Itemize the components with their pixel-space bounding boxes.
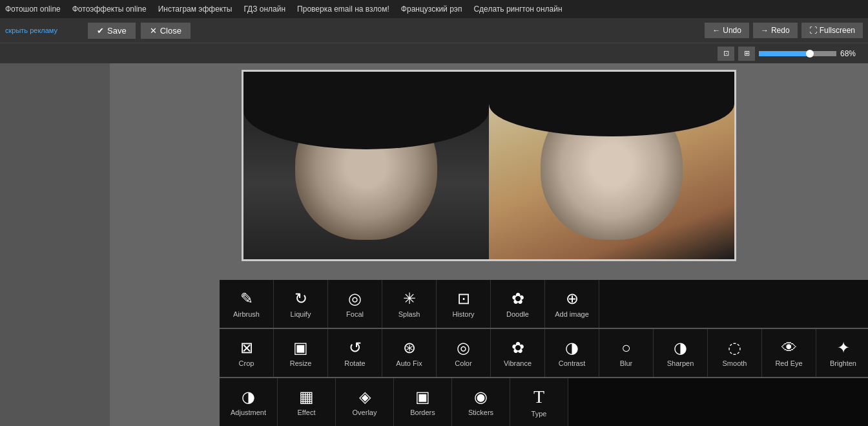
nav-instagram[interactable]: Инстаграм эффекты: [158, 5, 232, 14]
addimage-label: Add image: [555, 310, 589, 318]
hide-ad-link[interactable]: скрыть рекламу: [5, 27, 83, 34]
airbrush-label: Airbrush: [233, 310, 260, 318]
vibrance-label: Vibrance: [504, 359, 532, 367]
redeye-icon: 👁: [781, 339, 797, 357]
save-button[interactable]: ✔ Save: [88, 23, 136, 39]
tool-borders[interactable]: ▣ Borders: [394, 378, 452, 426]
redeye-label: Red Eye: [775, 359, 802, 367]
nav-gdz[interactable]: ГДЗ онлайн: [243, 5, 285, 14]
tool-airbrush[interactable]: ✎ Airbrush: [220, 280, 274, 328]
tool-autofix[interactable]: ⊛ Auto Fix: [382, 329, 437, 377]
tool-rotate[interactable]: ↺ Rotate: [328, 329, 382, 377]
nav-email[interactable]: Проверка email на взлом!: [297, 5, 389, 14]
check-icon: ✔: [97, 26, 104, 36]
main-area: ✎ Airbrush ↻ Liquify ◎ Focal ✳ Splash ⊡: [0, 63, 868, 426]
top-nav: Фотошоп online Фотоэффекты online Инстаг…: [0, 0, 868, 18]
airbrush-icon: ✎: [240, 290, 253, 308]
stickers-label: Stickers: [468, 409, 493, 416]
tools-row-1: ✎ Airbrush ↻ Liquify ◎ Focal ✳ Splash ⊡: [220, 280, 868, 328]
redo-button[interactable]: → Redo: [753, 23, 798, 38]
focal-label: Focal: [346, 310, 364, 318]
tool-redeye[interactable]: 👁 Red Eye: [762, 329, 816, 377]
rotate-label: Rotate: [344, 359, 365, 367]
splash-label: Splash: [398, 310, 420, 318]
tool-effect[interactable]: ▦ Effect: [278, 378, 336, 426]
resize-icon: ▣: [293, 339, 308, 357]
sharpen-icon: ◑: [674, 339, 687, 357]
history-label: History: [452, 310, 474, 318]
tools-row-3: ◑ Adjustment ▦ Effect ◈ Overlay ▣ Border…: [220, 377, 868, 426]
autofix-label: Auto Fix: [396, 359, 422, 367]
doodle-label: Doodle: [506, 310, 529, 318]
effect-label: Effect: [298, 409, 316, 416]
nav-fotoeffekty[interactable]: Фотоэффекты online: [72, 5, 147, 14]
vibrance-icon: ✿: [512, 339, 524, 357]
addimage-icon: ⊕: [566, 290, 579, 308]
edited-photo: [489, 72, 734, 259]
nav-rap[interactable]: Французский рэп: [401, 5, 462, 14]
borders-icon: ▣: [415, 388, 430, 406]
overlay-icon: ◈: [359, 388, 371, 406]
main-toolbar: скрыть рекламу ✔ Save ✕ Close ← Undo → R…: [0, 18, 868, 43]
contrast-label: Contrast: [559, 359, 586, 367]
undo-button[interactable]: ← Undo: [705, 23, 749, 38]
rotate-icon: ↺: [349, 339, 362, 357]
left-sidebar: [0, 63, 110, 426]
focal-icon: ◎: [348, 290, 362, 308]
tool-contrast[interactable]: ◑ Contrast: [545, 329, 599, 377]
color-icon: ◎: [457, 339, 470, 357]
tool-blur[interactable]: ○ Blur: [599, 329, 654, 377]
autofix-icon: ⊛: [403, 339, 416, 357]
smooth-icon: ◌: [728, 339, 741, 357]
zoom-toolbar: ⊡ ⊞ 68%: [0, 43, 868, 63]
tool-adjustment[interactable]: ◑ Adjustment: [220, 378, 278, 426]
liquify-icon: ↻: [294, 290, 307, 308]
tool-doodle[interactable]: ✿ Doodle: [491, 280, 545, 328]
tool-splash[interactable]: ✳ Splash: [382, 280, 437, 328]
tools-row-2: ⊠ Crop ▣ Resize ↺ Rotate ⊛ Auto Fix ◎: [220, 328, 868, 377]
tool-smooth[interactable]: ◌ Smooth: [708, 329, 762, 377]
tool-brighten[interactable]: ✦ Brighten: [816, 329, 868, 377]
undo-icon: ←: [712, 26, 720, 35]
tool-liquify[interactable]: ↻ Liquify: [274, 280, 328, 328]
tool-color[interactable]: ◎ Color: [437, 329, 491, 377]
nav-ringtone[interactable]: Сделать рингтон онлайн: [473, 5, 562, 14]
tool-addimage[interactable]: ⊕ Add image: [545, 280, 599, 328]
sharpen-label: Sharpen: [667, 359, 694, 367]
contrast-icon: ◑: [565, 339, 579, 357]
crop-icon: ⊠: [240, 339, 253, 357]
tool-overlay[interactable]: ◈ Overlay: [336, 378, 394, 426]
resize-label: Resize: [290, 359, 312, 367]
tool-vibrance[interactable]: ✿ Vibrance: [491, 329, 545, 377]
tool-history[interactable]: ⊡ History: [437, 280, 491, 328]
overlay-label: Overlay: [353, 409, 377, 416]
redo-icon: →: [761, 26, 769, 35]
actual-size-button[interactable]: ⊞: [738, 47, 755, 61]
effect-icon: ▦: [299, 388, 314, 406]
tool-focal[interactable]: ◎ Focal: [328, 280, 382, 328]
tool-crop[interactable]: ⊠ Crop: [220, 329, 274, 377]
adjustment-label: Adjustment: [231, 409, 266, 416]
tool-type[interactable]: T Type: [510, 378, 568, 426]
tool-resize[interactable]: ▣ Resize: [274, 329, 328, 377]
type-icon: T: [533, 387, 544, 407]
borders-label: Borders: [410, 409, 435, 416]
tool-stickers[interactable]: ◉ Stickers: [452, 378, 510, 426]
liquify-label: Liquify: [291, 310, 311, 318]
crop-label: Crop: [239, 359, 254, 367]
close-button[interactable]: ✕ Close: [141, 23, 191, 39]
nav-fotoshop[interactable]: Фотошоп online: [5, 5, 61, 14]
toolbar-right: ← Undo → Redo ⛶ Fullscreen: [705, 23, 863, 38]
color-label: Color: [455, 359, 471, 367]
blur-icon: ○: [621, 339, 631, 357]
fullscreen-icon: ⛶: [809, 26, 817, 35]
fullscreen-button[interactable]: ⛶ Fullscreen: [801, 23, 863, 38]
smooth-label: Smooth: [723, 359, 747, 367]
zoom-slider[interactable]: [759, 51, 836, 56]
tool-sharpen[interactable]: ◑ Sharpen: [654, 329, 708, 377]
image-edited: [489, 72, 734, 259]
stickers-icon: ◉: [474, 388, 488, 406]
fit-view-button[interactable]: ⊡: [718, 47, 734, 61]
history-icon: ⊡: [457, 290, 470, 308]
zoom-percentage: 68%: [840, 49, 863, 58]
